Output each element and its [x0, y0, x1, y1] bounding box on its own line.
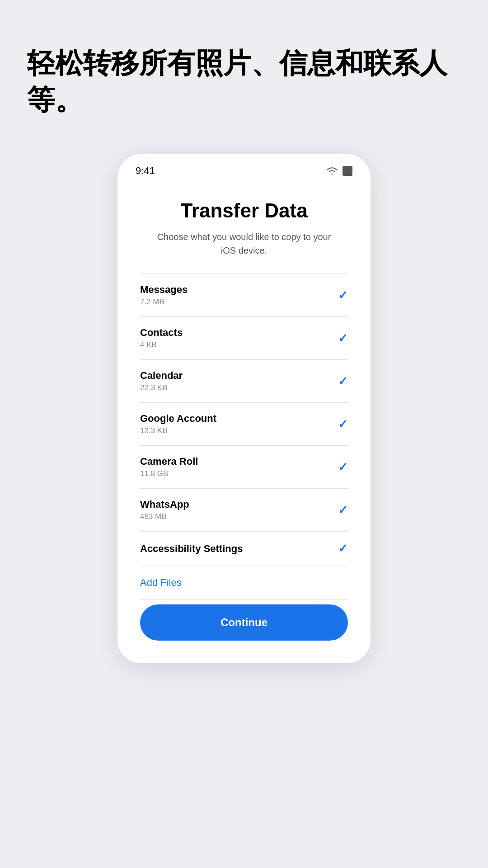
- item-name: Google Account: [140, 413, 216, 425]
- checkmark-accessibility: ✓: [338, 542, 348, 556]
- phone-card: 9:41 Transfer Data Choose what you would…: [117, 154, 371, 663]
- item-info-accessibility: Accessibility Settings: [140, 543, 243, 555]
- item-info-camera: Camera Roll 11.8 GB: [140, 456, 198, 478]
- item-size: 463 MB: [140, 512, 189, 521]
- item-size: 22.3 KB: [140, 383, 183, 392]
- item-size: 12.3 KB: [140, 426, 216, 435]
- item-name: WhatsApp: [140, 499, 189, 510]
- status-time: 9:41: [136, 165, 155, 177]
- item-info-calendar: Calendar 22.3 KB: [140, 370, 183, 392]
- list-item[interactable]: Camera Roll 11.8 GB ✓: [140, 446, 348, 488]
- transfer-subtitle: Choose what you would like to copy to yo…: [140, 230, 348, 257]
- phone-content: Transfer Data Choose what you would like…: [117, 181, 371, 663]
- transfer-title: Transfer Data: [140, 199, 348, 222]
- list-item[interactable]: Messages 7.2 MB ✓: [140, 274, 348, 316]
- svg-rect-1: [344, 170, 349, 172]
- item-info-contacts: Contacts 4 KB: [140, 327, 183, 349]
- item-name: Accessibility Settings: [140, 543, 243, 555]
- item-info-google: Google Account 12.3 KB: [140, 413, 216, 435]
- item-name: Messages: [140, 284, 188, 296]
- item-info-whatsapp: WhatsApp 463 MB: [140, 499, 189, 521]
- divider-bottom: [140, 599, 348, 600]
- item-size: 11.8 GB: [140, 469, 198, 478]
- checkmark-contacts: ✓: [338, 331, 348, 345]
- battery-icon: [343, 166, 352, 176]
- checkmark-calendar: ✓: [338, 374, 348, 388]
- list-item[interactable]: Google Account 12.3 KB ✓: [140, 403, 348, 445]
- headline-text: 轻松转移所有照片、信息和联系人等。: [0, 45, 488, 118]
- item-name: Calendar: [140, 370, 183, 382]
- checkmark-messages: ✓: [338, 288, 348, 302]
- checkmark-google: ✓: [338, 417, 348, 431]
- item-size: 7.2 MB: [140, 297, 188, 307]
- checkmark-camera: ✓: [338, 460, 348, 474]
- add-files-button[interactable]: Add Files: [140, 566, 182, 599]
- status-bar: 9:41: [117, 154, 371, 181]
- item-name: Camera Roll: [140, 456, 198, 467]
- wifi-icon: [326, 166, 338, 175]
- status-icons: [326, 166, 352, 176]
- continue-button[interactable]: Continue: [140, 604, 348, 641]
- list-item[interactable]: Contacts 4 KB ✓: [140, 317, 348, 359]
- list-item[interactable]: Accessibility Settings ✓: [140, 532, 348, 566]
- checkmark-whatsapp: ✓: [338, 503, 348, 517]
- list-item[interactable]: Calendar 22.3 KB ✓: [140, 360, 348, 402]
- item-name: Contacts: [140, 327, 183, 339]
- list-item[interactable]: WhatsApp 463 MB ✓: [140, 489, 348, 531]
- item-info-messages: Messages 7.2 MB: [140, 284, 188, 307]
- item-size: 4 KB: [140, 340, 183, 349]
